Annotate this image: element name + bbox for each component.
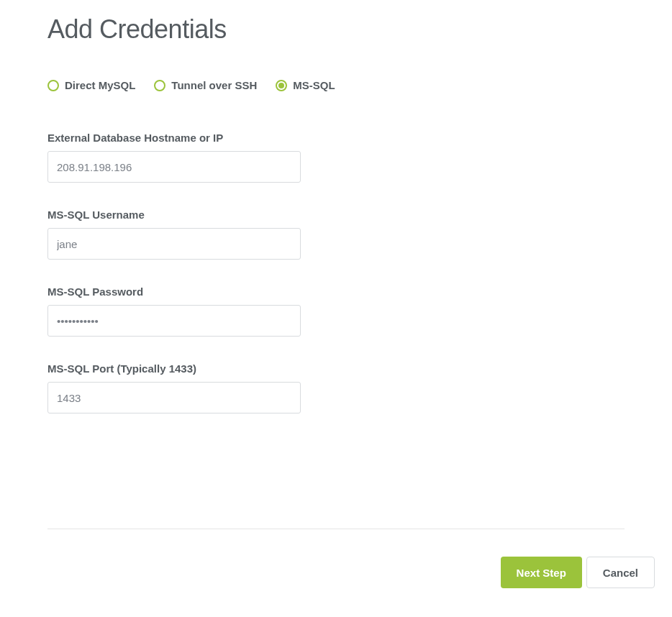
radio-option-tunnel-ssh[interactable]: Tunnel over SSH (154, 79, 257, 91)
radio-label: MS-SQL (293, 79, 335, 91)
port-label: MS-SQL Port (Typically 1433) (47, 362, 625, 375)
radio-option-direct-mysql[interactable]: Direct MySQL (47, 79, 135, 91)
password-input[interactable] (47, 305, 301, 337)
port-input[interactable] (47, 382, 301, 413)
cancel-button[interactable]: Cancel (586, 557, 655, 588)
radio-checked-icon (276, 80, 287, 91)
hostname-input[interactable] (47, 151, 301, 183)
radio-unchecked-icon (47, 80, 59, 91)
next-step-button[interactable]: Next Step (501, 557, 582, 588)
page-title: Add Credentials (47, 14, 625, 45)
radio-unchecked-icon (154, 80, 165, 91)
password-label: MS-SQL Password (47, 285, 625, 298)
footer-actions: Next Step Cancel (0, 529, 672, 588)
username-input[interactable] (47, 228, 301, 260)
connection-type-radio-group: Direct MySQL Tunnel over SSH MS-SQL (47, 79, 625, 91)
hostname-label: External Database Hostname or IP (47, 132, 625, 144)
radio-label: Tunnel over SSH (171, 79, 257, 91)
username-label: MS-SQL Username (47, 209, 625, 221)
radio-label: Direct MySQL (65, 79, 135, 91)
radio-option-mssql[interactable]: MS-SQL (276, 79, 335, 91)
